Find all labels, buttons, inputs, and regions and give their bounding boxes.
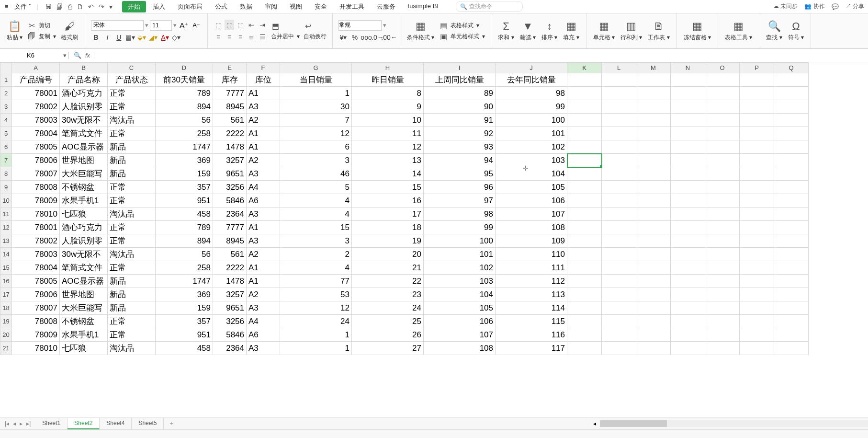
row-header-17[interactable]: 17 <box>0 288 12 301</box>
paste-button[interactable]: 📋粘贴 ▾ <box>4 15 25 46</box>
cell[interactable] <box>636 167 671 181</box>
cell[interactable] <box>602 87 636 100</box>
cell[interactable]: A4 <box>247 315 280 328</box>
cell[interactable] <box>774 87 809 100</box>
font-name-input[interactable] <box>91 20 144 31</box>
cell[interactable] <box>705 167 740 181</box>
row-header-7[interactable]: 7 <box>0 154 12 167</box>
row-header-2[interactable]: 2 <box>0 87 12 100</box>
increase-font-icon[interactable]: A⁺ <box>178 21 190 30</box>
cell[interactable] <box>602 234 636 248</box>
cell[interactable]: A2 <box>247 288 280 301</box>
cell[interactable]: 56 <box>156 248 213 261</box>
cell[interactable]: 人脸识别零 <box>60 100 108 114</box>
spreadsheet-grid[interactable]: ABCDEFGHIJKLMNOPQ1产品编号产品名称产品状态前30天销量库存库位… <box>0 62 868 417</box>
name-box-dd-icon[interactable]: ▾ <box>61 52 68 59</box>
cell[interactable]: 淘汰品 <box>108 342 156 355</box>
cell[interactable]: 12 <box>352 140 424 154</box>
cell[interactable]: 3257 <box>213 288 247 301</box>
cell[interactable]: 78003 <box>12 114 60 127</box>
cell[interactable] <box>740 342 774 355</box>
number-format-dd-icon[interactable]: ▾ <box>383 22 386 29</box>
cell[interactable] <box>705 140 740 154</box>
indent-inc-icon[interactable]: ⇥ <box>258 20 267 30</box>
cells-button[interactable]: ▦单元格 ▾ <box>590 15 618 46</box>
cell[interactable]: 库位 <box>247 73 280 87</box>
sync-status[interactable]: ☁ 未同步 <box>773 2 798 11</box>
cell[interactable] <box>602 261 636 275</box>
cell[interactable] <box>636 154 671 167</box>
cell[interactable]: 21 <box>352 261 424 275</box>
column-header-K[interactable]: K <box>567 63 602 73</box>
cell[interactable] <box>602 73 636 87</box>
comma-icon[interactable]: ooo <box>361 33 371 42</box>
cell[interactable]: A1 <box>247 275 280 288</box>
decrease-font-icon[interactable]: A⁻ <box>191 22 202 29</box>
cell[interactable] <box>740 275 774 288</box>
cell[interactable] <box>602 100 636 114</box>
cell[interactable] <box>602 114 636 127</box>
cell[interactable] <box>774 181 809 194</box>
cell[interactable] <box>567 100 602 114</box>
cell[interactable] <box>567 207 602 221</box>
cell[interactable] <box>774 73 809 87</box>
row-header-13[interactable]: 13 <box>0 234 12 248</box>
redo-icon[interactable]: ↷ <box>99 3 104 11</box>
cell[interactable]: 12 <box>280 301 352 315</box>
cell[interactable]: A3 <box>247 301 280 315</box>
align-bottom-icon[interactable]: ⬚ <box>236 20 245 30</box>
cell[interactable] <box>567 275 602 288</box>
ribbon-tab-5[interactable]: 审阅 <box>259 1 283 12</box>
sheet-tab-Sheet1[interactable]: Sheet1 <box>35 418 68 429</box>
italic-button[interactable]: I <box>102 33 112 42</box>
table-tools-button[interactable]: ▦表格工具 ▾ <box>722 15 755 46</box>
cell[interactable]: 108 <box>424 342 496 355</box>
ribbon-tab-3[interactable]: 公式 <box>209 1 233 12</box>
cell[interactable] <box>671 100 705 114</box>
ribbon-tab-9[interactable]: 云服务 <box>371 1 401 12</box>
cell[interactable]: 3256 <box>213 181 247 194</box>
cell[interactable] <box>740 140 774 154</box>
cell[interactable]: 78005 <box>12 275 60 288</box>
row-header-5[interactable]: 5 <box>0 127 12 140</box>
cell[interactable]: 103 <box>496 154 567 167</box>
cell[interactable] <box>671 315 705 328</box>
cell[interactable] <box>671 140 705 154</box>
sheet-tab-Sheet4[interactable]: Sheet4 <box>100 418 132 429</box>
fill-color-button[interactable]: ⬙▾ <box>137 33 147 42</box>
cell[interactable]: 8945 <box>213 100 247 114</box>
tab-nav-first-icon[interactable]: |◂ <box>5 420 9 427</box>
cell[interactable]: 世界地图 <box>60 154 108 167</box>
cell[interactable] <box>705 100 740 114</box>
cell[interactable] <box>774 100 809 114</box>
cell[interactable]: 24 <box>280 315 352 328</box>
column-header-B[interactable]: B <box>60 63 108 73</box>
cell[interactable]: 15 <box>352 181 424 194</box>
fx-icon[interactable]: fx <box>85 52 90 59</box>
cell[interactable] <box>636 73 671 87</box>
cell[interactable]: 102 <box>496 140 567 154</box>
cell[interactable]: A1 <box>247 140 280 154</box>
ribbon-tab-10[interactable]: tusimple BI <box>402 1 444 12</box>
cell[interactable] <box>671 328 705 342</box>
cell[interactable]: A1 <box>247 127 280 140</box>
cell[interactable]: 104 <box>496 167 567 181</box>
cell[interactable]: 78005 <box>12 140 60 154</box>
cell[interactable] <box>567 194 602 207</box>
row-header-21[interactable]: 21 <box>0 342 12 355</box>
save-icon[interactable]: 🖫 <box>45 3 52 11</box>
cell[interactable]: 98 <box>424 207 496 221</box>
cell[interactable] <box>740 248 774 261</box>
save-as-icon[interactable]: 🗐 <box>56 3 63 11</box>
ribbon-tab-7[interactable]: 安全 <box>309 1 333 12</box>
cell[interactable] <box>774 234 809 248</box>
cell[interactable]: 105 <box>496 181 567 194</box>
cell[interactable] <box>636 87 671 100</box>
cell[interactable] <box>740 207 774 221</box>
cell[interactable]: 3256 <box>213 315 247 328</box>
cell[interactable]: 7777 <box>213 221 247 234</box>
cell[interactable] <box>705 194 740 207</box>
cell[interactable]: 561 <box>213 248 247 261</box>
cell[interactable]: 108 <box>496 221 567 234</box>
cell[interactable]: 新品 <box>108 154 156 167</box>
